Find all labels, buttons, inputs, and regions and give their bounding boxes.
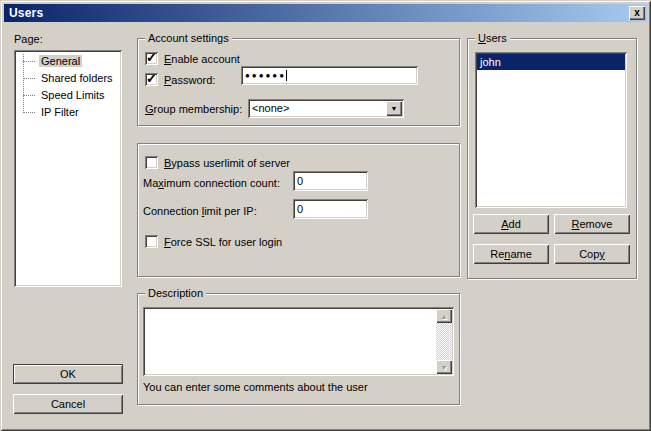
tree-item-general[interactable]: General <box>14 53 122 70</box>
max-connection-input[interactable]: 0 <box>293 171 368 191</box>
password-input[interactable]: ●●●●●● <box>241 66 418 85</box>
ip-limit-label: Connection limit per IP: <box>143 205 257 217</box>
max-connection-label: Maximum connection count: <box>143 177 280 189</box>
password-checkbox[interactable] <box>145 73 158 86</box>
user-list-item[interactable]: john <box>477 54 625 70</box>
group-membership-select[interactable]: <none> ▼ <box>248 99 404 118</box>
tree-item-speed-limits[interactable]: Speed Limits <box>14 87 122 104</box>
account-settings-title: Account settings <box>145 32 232 44</box>
group-membership-value: <none> <box>252 102 289 114</box>
arrow-down-icon: ▼ <box>441 364 448 371</box>
description-scrollbar[interactable]: ▲ ▼ <box>436 309 452 374</box>
scroll-up-button[interactable]: ▲ <box>436 309 452 323</box>
description-title: Description <box>145 287 206 299</box>
users-listbox[interactable]: john <box>475 52 627 208</box>
tree-item-shared-folders[interactable]: Shared folders <box>14 70 122 87</box>
password-dots: ●●●●●● <box>245 71 286 80</box>
scroll-down-button[interactable]: ▼ <box>436 360 452 374</box>
scrollbar-track[interactable] <box>436 323 452 360</box>
description-textarea[interactable]: ▲ ▼ <box>143 307 454 376</box>
ip-limit-input[interactable]: 0 <box>293 199 368 219</box>
add-button[interactable]: Add <box>473 214 549 234</box>
window-title: Users <box>4 6 43 20</box>
password-label: Password: <box>164 74 215 86</box>
rename-button[interactable]: Rename <box>473 244 549 264</box>
users-group-title: Users <box>475 32 510 44</box>
remove-button[interactable]: Remove <box>554 214 630 234</box>
arrow-up-icon: ▲ <box>441 313 448 320</box>
users-dialog: Users x Page: General Shared folders Spe… <box>0 0 651 431</box>
bypass-userlimit-label: Bypass userlimit of server <box>164 157 290 169</box>
ok-button[interactable]: OK <box>13 364 123 384</box>
combo-dropdown-button[interactable]: ▼ <box>386 101 402 116</box>
force-ssl-label: Force SSL for user login <box>164 236 282 248</box>
enable-account-checkbox[interactable] <box>145 52 158 65</box>
chevron-down-icon: ▼ <box>391 99 398 118</box>
close-button[interactable]: x <box>629 6 645 20</box>
text-caret <box>286 70 287 81</box>
page-label: Page: <box>14 33 43 45</box>
close-icon: x <box>634 8 640 18</box>
description-hint: You can enter some comments about the us… <box>143 381 368 393</box>
copy-button[interactable]: Copy <box>554 244 630 264</box>
page-tree: General Shared folders Speed Limits IP F… <box>14 50 122 287</box>
tree-item-ip-filter[interactable]: IP Filter <box>14 104 122 121</box>
force-ssl-checkbox[interactable] <box>145 235 158 248</box>
bypass-userlimit-checkbox[interactable] <box>145 156 158 169</box>
enable-account-label: Enable account <box>164 53 240 65</box>
cancel-button[interactable]: Cancel <box>13 394 123 414</box>
title-bar: Users x <box>4 4 647 22</box>
group-membership-label: Group membership: <box>145 103 242 115</box>
